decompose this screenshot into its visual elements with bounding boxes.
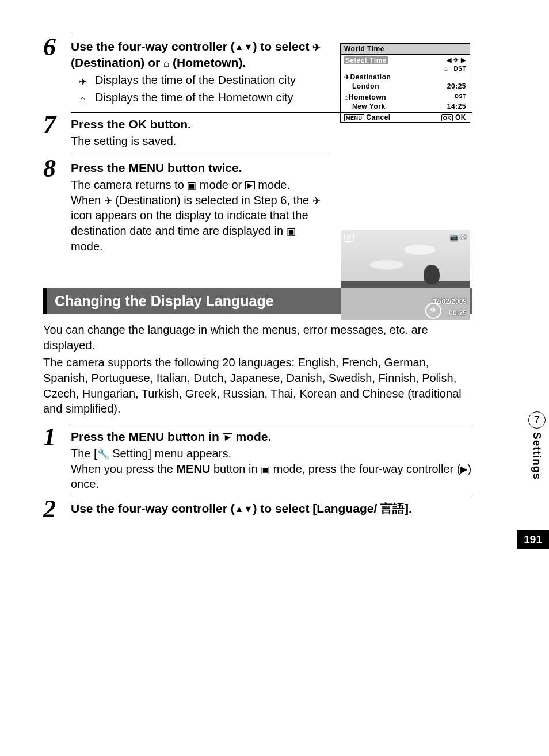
up-triangle-icon <box>235 502 244 515</box>
house-icon: ⌂ <box>163 58 169 69</box>
step-7-number: 7 <box>43 112 71 138</box>
lang-step-1-number: 1 <box>43 425 71 450</box>
step-6-number: 6 <box>43 35 71 60</box>
text: ) to select <box>253 40 312 53</box>
step-6-sub-hometown: ⌂ Displays the time of the Hometown city <box>71 90 327 106</box>
down-triangle-icon <box>244 502 253 515</box>
menu-label: MENU <box>176 463 210 475</box>
text: mode. <box>255 178 290 191</box>
text: Press the <box>71 161 128 174</box>
dst-off-icon: DST <box>455 93 467 101</box>
lang-step-1-heading: Press the MENU button in ▶ mode. <box>71 425 472 445</box>
text: mode or <box>196 178 245 191</box>
step-7-text: The setting is saved. <box>71 133 472 149</box>
text: button in <box>164 430 222 443</box>
menu-cancel: MENU Cancel <box>344 113 391 121</box>
text: Displays the time of the Destination cit… <box>95 72 327 89</box>
selector-icons: ◀ ✈ ▶ <box>447 56 466 64</box>
text: Press the <box>71 430 128 443</box>
airplane-icon: ✈ <box>79 77 87 87</box>
hometown-city: New York <box>344 102 386 110</box>
text: Use the four-way controller ( <box>71 40 235 53</box>
page-number: 191 <box>517 530 549 549</box>
world-time-title: World Time <box>344 45 384 53</box>
text: The camera returns to <box>71 178 187 191</box>
play-icon: ▶ <box>223 433 232 441</box>
lang-step-2-number: 2 <box>43 497 71 522</box>
house-icon: ⌂ <box>80 94 86 105</box>
hometown-time: 14:25 <box>447 102 466 110</box>
airplane-icon: ✈ <box>312 42 321 53</box>
text: (Hometown). <box>169 56 246 69</box>
up-triangle-icon <box>235 40 244 53</box>
destination-time: 20:25 <box>447 82 466 90</box>
house-dst-icon: ⌂ DST <box>444 66 466 72</box>
step-6-heading: Use the four-way controller () to select… <box>71 35 327 71</box>
text: mode. <box>71 240 103 253</box>
text: When you press the <box>71 463 176 475</box>
text: Displays the time of the Hometown city <box>95 90 327 106</box>
camera-icon: ▣ <box>187 180 196 191</box>
menu-label: MENU <box>128 161 164 174</box>
text: Setting] menu appears. <box>109 447 231 460</box>
wrench-icon: 🔧 <box>97 449 109 460</box>
text: Press the <box>71 117 128 131</box>
text: (Destination) is selected in Step 6, the <box>112 194 312 207</box>
text: mode. <box>232 430 272 443</box>
play-icon: ▶ <box>245 181 255 189</box>
camera-icon: ▣ <box>287 226 296 237</box>
lang-step-2-heading: Use the four-way controller () to select… <box>71 497 472 517</box>
camera-icon: ▣ <box>261 464 270 475</box>
ok-label: OK <box>128 117 147 131</box>
text: button. <box>147 117 191 131</box>
manual-page: 6 Use the four-way controller () to sele… <box>0 0 524 549</box>
chapter-label: Settings <box>531 432 543 480</box>
text: button twice. <box>164 161 242 174</box>
ok-ok: OK OK <box>441 113 466 121</box>
destination-city: London <box>344 82 379 90</box>
select-time-label: Select Time <box>344 56 388 64</box>
lang-step-1-text: The [🔧 Setting] menu appears. When you p… <box>71 446 472 492</box>
camera-display-screenshot: P 📷 38 02/02/2009 ✈ 00:25 <box>341 230 470 320</box>
destination-label: ✈Destination <box>344 73 391 81</box>
chapter-number: 7 <box>528 411 546 429</box>
display-time: 00:25 <box>449 309 467 317</box>
text: When <box>71 194 104 207</box>
intro-paragraph-1: You can change the language in which the… <box>43 322 472 353</box>
text: (Destination) or <box>71 56 163 69</box>
step-8-number: 8 <box>43 156 71 181</box>
menu-label: MENU <box>128 430 164 443</box>
step-6-sub-destination: ✈ Displays the time of the Destination c… <box>71 72 327 89</box>
right-triangle-icon <box>460 463 467 475</box>
step-8-text: The camera returns to ▣ mode or ▶ mode. … <box>71 177 330 254</box>
text: ) to select [Language/ 言語]. <box>253 502 412 515</box>
step-8-heading: Press the MENU button twice. <box>71 156 330 176</box>
lang-step-2: 2 Use the four-way controller () to sele… <box>43 497 472 522</box>
hometown-label: ⌂Hometown <box>344 93 386 101</box>
text: mode, press the four-way controller ( <box>270 463 460 475</box>
airplane-icon: ✈ <box>104 196 112 207</box>
world-time-screen: World Time Select Time ◀ ✈ ▶ ⌂ DST ✈Dest… <box>340 43 470 123</box>
text: icon appears on the display to indicate … <box>71 209 308 237</box>
text: The [ <box>71 447 97 460</box>
down-triangle-icon <box>244 40 253 53</box>
destination-indicator-icon: ✈ <box>425 303 441 319</box>
intro-paragraph-2: The camera supports the following 20 lan… <box>43 355 472 416</box>
shot-count: 📷 38 <box>450 234 467 241</box>
airplane-icon: ✈ <box>312 196 321 207</box>
text: button in <box>210 463 261 475</box>
mode-indicator: P <box>344 234 354 242</box>
text: Use the four-way controller ( <box>71 502 235 515</box>
lang-step-1: 1 Press the MENU button in ▶ mode. The [… <box>43 425 472 492</box>
chapter-tab: 7 Settings <box>525 411 549 480</box>
